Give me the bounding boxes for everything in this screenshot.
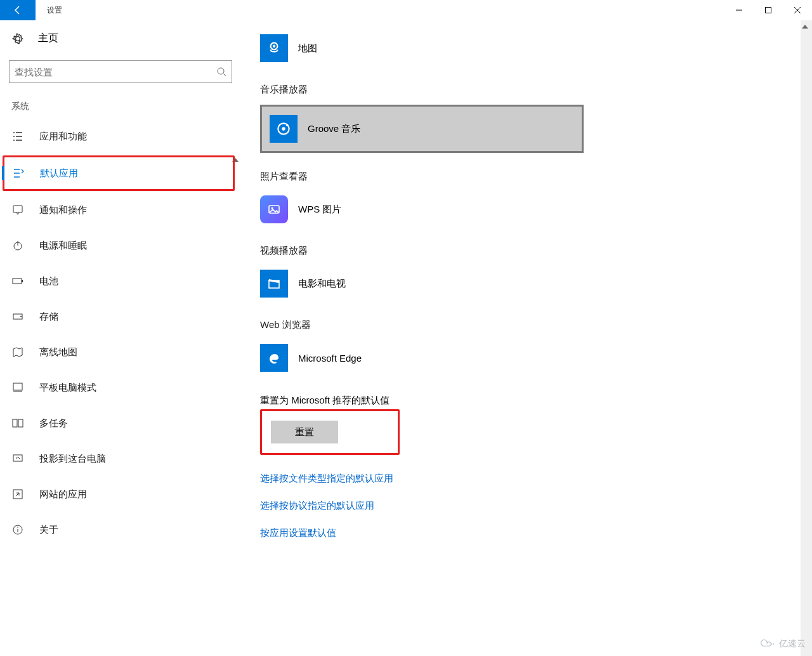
svg-point-27 [286,124,288,126]
svg-point-31 [771,643,772,645]
window-title: 设置 [47,5,62,16]
svg-point-32 [773,643,774,645]
open-icon [11,488,24,501]
watermark-icon [760,638,776,650]
sidebar-item-storage[interactable]: 存储 [0,299,241,334]
arrow-left-icon [13,5,23,15]
maps-app-icon [260,34,288,62]
battery-icon [11,275,24,287]
multitask-icon [11,417,24,430]
svg-point-4 [218,68,224,74]
sidebar-item-label: 平板电脑模式 [39,382,96,394]
reset-section-title: 重置为 Microsoft 推荐的默认值 [260,395,812,407]
sidebar-item-notifications[interactable]: 通知和操作 [0,192,241,228]
svg-point-24 [273,45,275,48]
sidebar-item-label: 网站的应用 [39,489,87,501]
sidebar: 主页 系统 应用和功能 默认应用 通知和操作 电源和睡眠 电池 [0,20,241,656]
list-icon [11,130,24,143]
sidebar-item-about[interactable]: 关于 [0,512,241,548]
sidebar-item-label: 多任务 [39,417,68,430]
maps-app-name: 地图 [298,43,317,55]
search-icon [216,67,226,77]
default-apps-icon [12,167,25,180]
edge-app-icon [260,344,288,372]
link-choose-by-filetype[interactable]: 选择按文件类型指定的默认应用 [260,473,393,485]
sidebar-item-offline-maps[interactable]: 离线地图 [0,334,241,370]
content-scrollbar[interactable] [801,20,812,656]
sidebar-item-label: 电源和睡眠 [39,240,87,252]
close-button[interactable] [783,0,812,20]
sidebar-item-power[interactable]: 电源和睡眠 [0,228,241,263]
svg-rect-9 [13,279,22,284]
maximize-button[interactable] [754,0,783,20]
music-section-title: 音乐播放器 [260,84,812,96]
sidebar-item-website-apps[interactable]: 网站的应用 [0,476,241,512]
minimize-icon [736,7,742,13]
content-area: 地图 音乐播放器 Groove 音乐 照片查看器 WPS 图片 视频播放器 电影… [241,20,812,656]
content-scroll-up[interactable] [799,20,811,33]
groove-app-name: Groove 音乐 [308,123,360,135]
svg-point-12 [20,316,22,317]
svg-rect-6 [13,206,22,213]
svg-rect-10 [22,280,23,282]
power-icon [11,239,24,252]
default-video-row[interactable]: 电影和电视 [260,266,577,301]
window-controls [724,0,812,20]
web-section-title: Web 浏览器 [260,319,812,331]
photo-section-title: 照片查看器 [260,171,812,183]
sidebar-item-label: 应用和功能 [39,131,87,143]
movies-app-name: 电影和电视 [298,278,346,290]
sidebar-item-label: 默认应用 [40,167,78,180]
search-input[interactable] [15,67,216,77]
wps-photo-app-name: WPS 图片 [298,204,341,216]
sidebar-item-label: 投影到这台电脑 [39,453,106,465]
map-icon [11,346,24,358]
sidebar-item-default-apps[interactable]: 默认应用 [3,155,235,191]
wps-photo-app-icon [260,195,288,223]
tablet-icon [11,381,24,394]
svg-point-22 [17,527,18,528]
svg-rect-15 [13,419,17,427]
default-photo-row[interactable]: WPS 图片 [260,192,577,227]
sidebar-item-tablet-mode[interactable]: 平板电脑模式 [0,370,241,405]
sidebar-item-apps-features[interactable]: 应用和功能 [0,119,241,154]
svg-rect-17 [13,455,22,461]
watermark: 亿速云 [760,638,806,650]
minimize-button[interactable] [724,0,754,20]
default-maps-row[interactable]: 地图 [260,30,577,66]
link-choose-by-protocol[interactable]: 选择按协议指定的默认应用 [260,500,374,512]
titlebar: 设置 [0,0,812,20]
section-label: 系统 [0,95,241,119]
sidebar-item-label: 关于 [39,524,58,536]
info-icon [11,523,24,536]
search-input-wrap[interactable] [9,60,232,83]
project-icon [11,452,24,465]
reset-button[interactable]: 重置 [271,421,338,443]
default-music-row[interactable]: Groove 音乐 [260,105,584,153]
sidebar-item-battery[interactable]: 电池 [0,263,241,299]
svg-rect-13 [13,383,22,390]
svg-rect-16 [18,419,23,427]
edge-app-name: Microsoft Edge [298,353,362,364]
sidebar-item-multitask[interactable]: 多任务 [0,405,241,441]
reset-highlight-box: 重置 [260,409,400,455]
svg-line-5 [223,74,226,76]
movies-app-icon [260,270,288,298]
home-label: 主页 [38,32,58,45]
gear-icon [11,32,24,45]
back-button[interactable] [0,0,36,20]
svg-line-19 [16,493,19,496]
sidebar-item-project[interactable]: 投影到这台电脑 [0,441,241,476]
sidebar-item-label: 通知和操作 [39,204,87,216]
sidebar-item-label: 存储 [39,311,58,323]
groove-app-icon [270,115,298,143]
watermark-text: 亿速云 [779,638,806,650]
link-set-by-app[interactable]: 按应用设置默认值 [260,527,336,539]
notification-icon [11,204,24,216]
maximize-icon [765,7,771,13]
home-button[interactable]: 主页 [0,20,241,56]
video-section-title: 视频播放器 [260,245,812,257]
svg-rect-1 [766,8,771,13]
svg-point-26 [282,127,285,130]
default-web-row[interactable]: Microsoft Edge [260,340,577,376]
